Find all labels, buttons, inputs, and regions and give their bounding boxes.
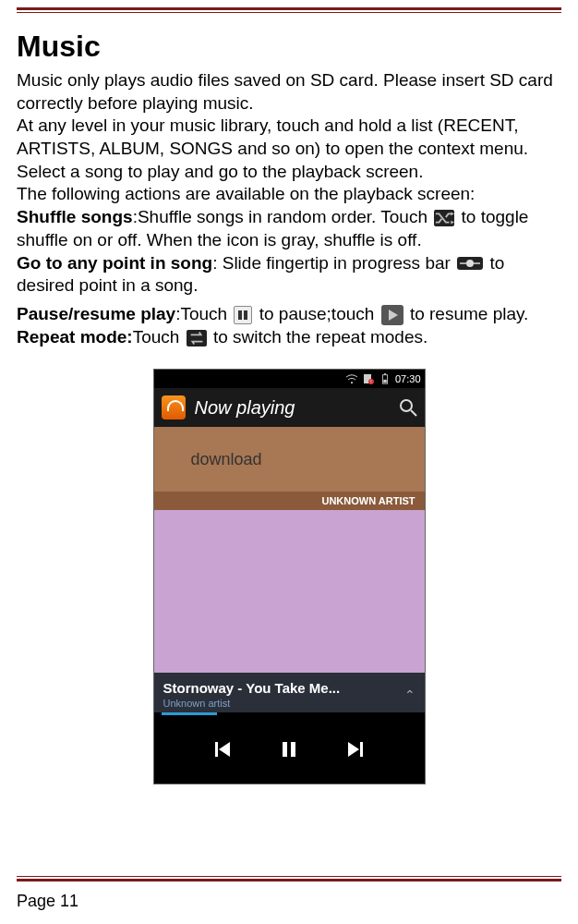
paragraph-2: At any level in your music library, touc… bbox=[17, 115, 561, 160]
pause-line: Pause/resume play:Touch to pause;touch t… bbox=[17, 303, 561, 326]
previous-button[interactable] bbox=[210, 738, 235, 760]
svg-rect-6 bbox=[384, 373, 386, 375]
track-info: Stornoway - You Take Me... Unknown artis… bbox=[163, 680, 404, 709]
pause-text-3: to resume play. bbox=[405, 304, 529, 323]
repeat-label: Repeat mode: bbox=[17, 327, 133, 346]
album-name: download bbox=[191, 450, 425, 469]
shuffle-icon bbox=[434, 210, 454, 226]
track-title: Stornoway - You Take Me... bbox=[163, 680, 404, 696]
status-time: 07:30 bbox=[395, 373, 421, 384]
wifi-icon bbox=[345, 373, 358, 384]
goto-line: Go to any point in song: Slide fingertip… bbox=[17, 252, 561, 298]
pause-icon bbox=[234, 306, 252, 324]
svg-point-7 bbox=[401, 400, 412, 411]
progress-slider-icon bbox=[457, 257, 483, 270]
pause-label: Pause/resume play bbox=[17, 304, 175, 323]
svg-rect-9 bbox=[283, 742, 287, 757]
album-name-row: download bbox=[154, 427, 425, 492]
playback-controls bbox=[154, 715, 425, 784]
repeat-text-1: Touch bbox=[133, 327, 180, 346]
body-text: Music only plays audio files saved on SD… bbox=[17, 69, 561, 348]
track-artist: Unknown artist bbox=[163, 698, 404, 709]
svg-text:!: ! bbox=[370, 379, 371, 384]
page-footer: Page 11 bbox=[17, 892, 78, 911]
svg-rect-0 bbox=[187, 330, 207, 346]
svg-rect-5 bbox=[383, 380, 386, 383]
search-icon[interactable] bbox=[399, 398, 417, 417]
status-bar: ! 07:30 bbox=[154, 370, 425, 388]
battery-icon bbox=[379, 373, 391, 384]
play-icon bbox=[381, 305, 403, 325]
repeat-text-2: to switch the repeat modes. bbox=[209, 327, 428, 346]
shuffle-label: Shuffle songs bbox=[17, 207, 133, 226]
page-heading: Music bbox=[17, 30, 561, 64]
shuffle-text-1: :Shuffle songs in random order. Touch bbox=[133, 207, 427, 226]
svg-line-8 bbox=[411, 410, 416, 416]
pause-button[interactable] bbox=[276, 738, 302, 760]
shuffle-line: Shuffle songs:Shuffle songs in random or… bbox=[17, 206, 561, 251]
music-app-icon[interactable] bbox=[162, 395, 186, 419]
phone-screenshot: ! 07:30 Now playing download UNKNOWN ART… bbox=[153, 369, 426, 784]
title-bar: Now playing bbox=[154, 388, 425, 427]
album-artist-label: UNKNOWN ARTIST bbox=[154, 492, 425, 510]
playback-progress-bar[interactable] bbox=[154, 712, 425, 715]
paragraph-1: Music only plays audio files saved on SD… bbox=[17, 69, 561, 115]
top-rule bbox=[17, 7, 561, 13]
chevron-up-icon[interactable]: ⌃ bbox=[404, 687, 415, 702]
repeat-line: Repeat mode:Touch to switch the repeat m… bbox=[17, 326, 561, 349]
album-header[interactable]: download UNKNOWN ARTIST bbox=[154, 427, 425, 510]
track-bar[interactable]: Stornoway - You Take Me... Unknown artis… bbox=[154, 673, 425, 712]
now-playing-title: Now playing bbox=[195, 397, 390, 419]
bottom-rule bbox=[17, 876, 561, 881]
goto-label: Go to any point in song bbox=[17, 253, 212, 273]
album-art[interactable] bbox=[154, 510, 425, 673]
sd-warning-icon: ! bbox=[362, 373, 375, 384]
goto-text-1: : Slide fingertip in progress bar bbox=[212, 253, 451, 273]
paragraph-4: The following actions are available on t… bbox=[17, 183, 561, 206]
next-button[interactable] bbox=[343, 738, 368, 760]
repeat-icon bbox=[187, 330, 207, 346]
pause-text-1: :Touch bbox=[175, 304, 232, 323]
pause-text-2: to pause;touch bbox=[254, 304, 374, 323]
svg-rect-10 bbox=[291, 742, 295, 757]
paragraph-3: Select a song to play and go to the play… bbox=[17, 161, 561, 184]
